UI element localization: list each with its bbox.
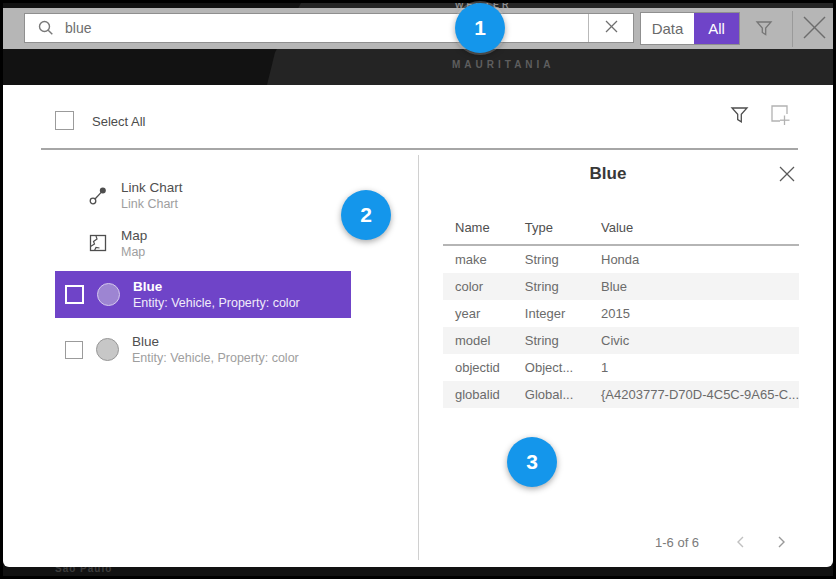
- cell-name: globalid: [443, 381, 513, 408]
- result-subtitle: Link Chart: [121, 196, 183, 212]
- chevron-left-icon: [734, 536, 748, 553]
- detail-title: Blue: [418, 164, 798, 184]
- header-divider: [41, 148, 798, 150]
- cell-type: Integer: [513, 300, 589, 327]
- select-all-checkbox[interactable]: [55, 111, 74, 130]
- cell-type: Object...: [513, 354, 589, 381]
- annotation-badge-1: 1: [455, 3, 505, 53]
- next-page-button[interactable]: [774, 534, 792, 552]
- attribute-table: Name Type Value make String Honda color …: [443, 214, 799, 408]
- search-input[interactable]: [65, 14, 588, 42]
- funnel-icon: [730, 112, 749, 129]
- result-checkbox[interactable]: [65, 285, 84, 304]
- annotation-badge-3: 3: [507, 437, 557, 487]
- result-item-map[interactable]: Map Map: [55, 225, 351, 261]
- select-all-label: Select All: [92, 114, 145, 129]
- add-to-selection-icon: [769, 113, 791, 130]
- column-header-value: Value: [589, 214, 799, 245]
- column-header-type: Type: [513, 214, 589, 245]
- clear-search-button[interactable]: [588, 14, 633, 42]
- result-item-blue-selected[interactable]: Blue Entity: Vehicle, Property: color: [55, 271, 351, 318]
- toolbar-divider: [792, 11, 793, 47]
- funnel-icon: [754, 18, 774, 42]
- chevron-right-icon: [774, 536, 788, 553]
- cell-value: 1: [589, 354, 799, 381]
- cell-name: model: [443, 327, 513, 354]
- search-box: [24, 13, 634, 43]
- close-x-icon: [779, 168, 795, 185]
- entity-dot-icon: [97, 283, 120, 306]
- table-header-row: Name Type Value: [443, 214, 799, 245]
- result-title: Link Chart: [121, 179, 183, 196]
- previous-page-button[interactable]: [734, 534, 752, 552]
- close-x-icon: [802, 15, 827, 44]
- filter-button[interactable]: [751, 17, 777, 43]
- scope-toggle: Data All: [640, 12, 740, 45]
- detail-close-button[interactable]: [779, 166, 797, 184]
- result-title: Blue: [132, 333, 299, 350]
- cell-name: year: [443, 300, 513, 327]
- search-results-panel: Select All Link Chart Link Chart Map Map: [3, 85, 833, 567]
- map-icon: [88, 232, 108, 254]
- table-row: model String Civic: [443, 327, 799, 354]
- result-checkbox[interactable]: [65, 341, 83, 359]
- cell-type: String: [513, 273, 589, 300]
- entity-dot-icon: [96, 338, 119, 361]
- results-filter-button[interactable]: [730, 105, 750, 127]
- close-search-button[interactable]: [800, 15, 828, 43]
- cell-type: Global...: [513, 381, 589, 408]
- result-subtitle: Entity: Vehicle, Property: color: [133, 295, 300, 311]
- link-chart-icon: [88, 184, 108, 206]
- table-row: globalid Global... {A4203777-D70D-4C5C-9…: [443, 381, 799, 408]
- cell-name: objectid: [443, 354, 513, 381]
- cell-value: {A4203777-D70D-4C5C-9A65-C...: [589, 381, 799, 408]
- pagination: 1-6 of 6: [418, 532, 798, 554]
- annotation-badge-2: 2: [341, 190, 391, 240]
- cell-name: make: [443, 245, 513, 273]
- table-row: objectid Object... 1: [443, 354, 799, 381]
- result-item-link-chart[interactable]: Link Chart Link Chart: [55, 177, 351, 213]
- result-title: Blue: [133, 278, 300, 295]
- table-row: year Integer 2015: [443, 300, 799, 327]
- list-detail-divider: [418, 155, 419, 560]
- cell-value: Civic: [589, 327, 799, 354]
- result-item-blue[interactable]: Blue Entity: Vehicle, Property: color: [55, 326, 351, 373]
- toggle-option-all[interactable]: All: [694, 13, 739, 44]
- search-toolbar: Data All: [3, 8, 833, 49]
- result-title: Map: [121, 227, 147, 244]
- search-icon: [38, 20, 54, 36]
- cell-type: String: [513, 245, 589, 273]
- cell-value: Honda: [589, 245, 799, 273]
- cell-value: 2015: [589, 300, 799, 327]
- table-row: color String Blue: [443, 273, 799, 300]
- result-subtitle: Map: [121, 244, 147, 260]
- add-to-selection-button[interactable]: [769, 103, 791, 127]
- pagination-label: 1-6 of 6: [655, 535, 699, 550]
- cell-value: Blue: [589, 273, 799, 300]
- map-label-mauritania: MAURITANIA: [452, 59, 555, 70]
- toggle-option-data[interactable]: Data: [641, 13, 694, 44]
- cell-type: String: [513, 327, 589, 354]
- table-row: make String Honda: [443, 245, 799, 273]
- column-header-name: Name: [443, 214, 513, 245]
- cell-name: color: [443, 273, 513, 300]
- result-subtitle: Entity: Vehicle, Property: color: [132, 350, 299, 366]
- clear-x-icon: [605, 19, 618, 37]
